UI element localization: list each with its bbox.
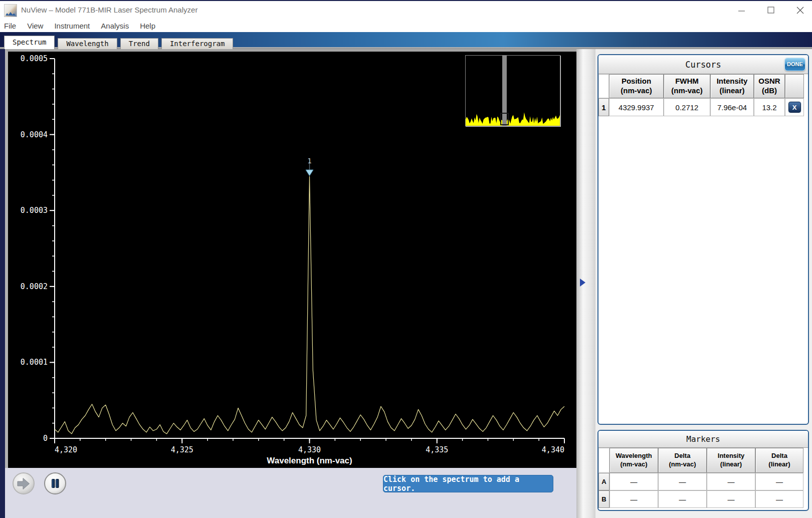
tab-interferogram[interactable]: Interferogram bbox=[161, 38, 234, 49]
x-tick-label: 4,325 bbox=[171, 445, 193, 454]
markers-table: Wavelength(nm-vac)Delta(nm-vac)Intensity… bbox=[598, 448, 808, 508]
y-tick-label: 0.0003 bbox=[21, 206, 48, 215]
cursors-col-header: FWHM(nm-vac) bbox=[664, 74, 710, 98]
cursor-marker-label: 1 bbox=[307, 157, 311, 165]
marker-cell: — bbox=[658, 490, 707, 508]
panel-splitter[interactable] bbox=[576, 49, 595, 518]
cursors-col-header-line2: (linear) bbox=[719, 86, 744, 96]
marker-row-header: B bbox=[598, 490, 610, 508]
close-button[interactable] bbox=[795, 6, 805, 16]
spectrum-plot[interactable]: 00.00010.00020.00030.00040.00054,3204,32… bbox=[5, 49, 579, 468]
x-axis-title: Wavelength (nm-vac) bbox=[267, 456, 352, 465]
cursor-cell: 7.96e-04 bbox=[710, 98, 754, 116]
markers-col-header: Delta(nm-vac) bbox=[658, 448, 707, 473]
maximize-button[interactable] bbox=[766, 6, 776, 16]
cursors-col-header: OSNR(dB) bbox=[754, 74, 785, 98]
y-tick-label: 0.0001 bbox=[21, 358, 48, 367]
pause-button[interactable] bbox=[44, 472, 67, 495]
cursors-table: Position(nm-vac)FWHM(nm-vac)Intensity(li… bbox=[598, 74, 808, 116]
markers-col-header: Delta(linear) bbox=[755, 448, 803, 473]
markers-col-header-line1: Intensity bbox=[718, 452, 744, 460]
cursors-col-header: Position(nm-vac) bbox=[609, 74, 664, 98]
cursors-col-header-line1: Position bbox=[622, 77, 651, 86]
overview-noise-trace bbox=[466, 112, 560, 126]
overview-selection-rect bbox=[500, 113, 509, 125]
cursor-delete-cell: X bbox=[785, 98, 804, 116]
menu-item-instrument[interactable]: Instrument bbox=[49, 21, 95, 31]
cursors-col-header: Intensity(linear) bbox=[710, 74, 754, 98]
markers-col-header-line2: (nm-vac) bbox=[669, 460, 696, 469]
markers-col-header: Intensity(linear) bbox=[707, 448, 755, 473]
title-bar: NuView – Model 771B-MIR Laser Spectrum A… bbox=[0, 0, 812, 19]
cursor-cell: 4329.9937 bbox=[609, 98, 664, 116]
x-tick-label: 4,320 bbox=[55, 445, 77, 454]
cursors-panel: Cursors DONE Position(nm-vac)FWHM(nm-vac… bbox=[597, 54, 809, 425]
cursors-col-header-line1: Intensity bbox=[717, 77, 748, 86]
marker-cell: — bbox=[658, 473, 707, 490]
markers-col-header-line2: (nm-vac) bbox=[620, 460, 647, 469]
tab-strip: SpectrumWavelengthTrendInterferogram bbox=[0, 32, 812, 49]
markers-col-header-line2: (linear) bbox=[720, 460, 742, 469]
bottom-bar: Click on the spectrum to add a cursor. bbox=[5, 468, 579, 518]
menu-item-view[interactable]: View bbox=[22, 21, 49, 31]
tab-trend[interactable]: Trend bbox=[120, 38, 158, 49]
cursors-col-header-line1: FWHM bbox=[675, 77, 699, 86]
marker-cell: — bbox=[755, 490, 803, 508]
menu-bar: FileViewInstrumentAnalysisHelp bbox=[0, 20, 812, 32]
maximize-icon bbox=[768, 7, 774, 13]
markers-title-text: Markers bbox=[686, 434, 720, 444]
app-logo-icon bbox=[4, 4, 17, 17]
marker-cell: — bbox=[755, 473, 803, 490]
y-tick-label: 0.0002 bbox=[21, 282, 48, 291]
menu-item-file[interactable]: File bbox=[4, 21, 22, 31]
window-title: NuView – Model 771B-MIR Laser Spectrum A… bbox=[21, 6, 197, 14]
marker-row-header: A bbox=[598, 473, 610, 490]
markers-col-header: Wavelength(nm-vac) bbox=[610, 448, 658, 473]
cursor-marker-triangle[interactable] bbox=[306, 170, 313, 176]
splitter-expand-icon[interactable] bbox=[580, 279, 585, 287]
done-button[interactable]: DONE bbox=[784, 58, 805, 71]
marker-cell: — bbox=[610, 473, 658, 490]
markers-panel: Markers Wavelength(nm-vac)Delta(nm-vac)I… bbox=[597, 430, 809, 511]
cursors-table-corner bbox=[598, 74, 609, 98]
x-tick-label: 4,330 bbox=[298, 445, 321, 454]
cursor-delete-button[interactable]: X bbox=[788, 102, 801, 113]
markers-col-header-line2: (linear) bbox=[768, 460, 790, 469]
cursor-cell: 13.2 bbox=[754, 98, 785, 116]
cursors-panel-title: Cursors DONE bbox=[598, 55, 808, 74]
step-forward-button[interactable] bbox=[12, 472, 35, 495]
app-window: NuView – Model 771B-MIR Laser Spectrum A… bbox=[0, 0, 812, 518]
x-tick-label: 4,340 bbox=[542, 445, 564, 454]
cursors-col-header-line2: (dB) bbox=[762, 86, 777, 96]
hint-banner: Click on the spectrum to add a cursor. bbox=[383, 475, 553, 492]
right-panel-region: Cursors DONE Position(nm-vac)FWHM(nm-vac… bbox=[595, 49, 812, 518]
spectrum-trace bbox=[55, 176, 564, 434]
markers-col-header-line1: Delta bbox=[771, 452, 787, 460]
close-icon bbox=[796, 7, 804, 14]
tab-wavelength[interactable]: Wavelength bbox=[58, 38, 117, 49]
y-tick-label: 0 bbox=[43, 434, 48, 443]
x-tick-label: 4,335 bbox=[426, 445, 448, 454]
left-edge-strip bbox=[0, 49, 5, 518]
cursors-col-header-line1: OSNR bbox=[758, 77, 780, 86]
marker-cell: — bbox=[707, 473, 755, 490]
markers-col-header-line1: Delta bbox=[675, 452, 691, 460]
marker-cell: — bbox=[610, 490, 658, 508]
markers-panel-title: Markers bbox=[598, 431, 808, 448]
cursors-col-header-line2: (nm-vac) bbox=[671, 86, 703, 96]
cursor-row-header[interactable]: 1 bbox=[598, 98, 609, 116]
menu-item-help[interactable]: Help bbox=[134, 21, 161, 31]
cursors-title-text: Cursors bbox=[685, 60, 721, 70]
markers-table-corner bbox=[598, 448, 610, 473]
cursors-col-header-line2: (nm-vac) bbox=[621, 86, 652, 96]
minimize-button[interactable] bbox=[737, 6, 747, 16]
menu-item-analysis[interactable]: Analysis bbox=[95, 21, 134, 31]
cursors-col-header-spare bbox=[785, 74, 804, 98]
tab-spectrum[interactable]: Spectrum bbox=[4, 36, 55, 49]
markers-col-header-line1: Wavelength bbox=[616, 452, 652, 460]
overview-minimap[interactable] bbox=[465, 55, 560, 126]
marker-cell: — bbox=[707, 490, 755, 508]
cursor-cell: 0.2712 bbox=[664, 98, 710, 116]
y-tick-label: 0.0005 bbox=[21, 54, 48, 63]
y-tick-label: 0.0004 bbox=[21, 130, 48, 139]
